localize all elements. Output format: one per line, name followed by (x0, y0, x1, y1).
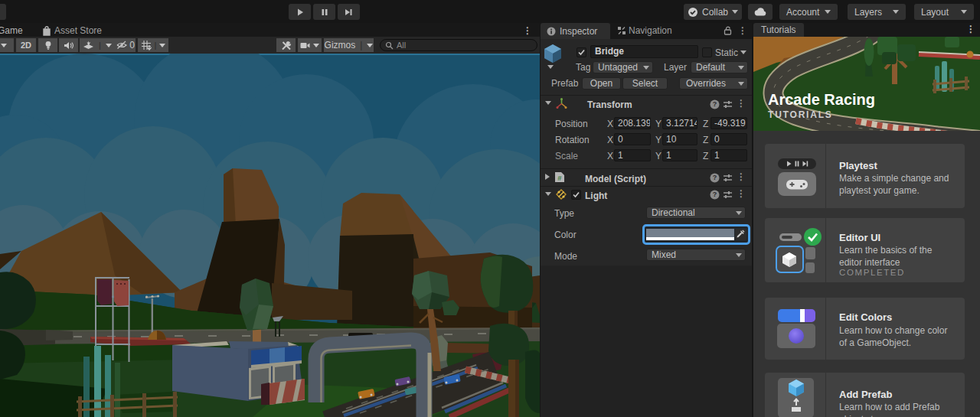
svg-text:#: # (557, 174, 562, 182)
svg-text:?: ? (713, 100, 717, 108)
svg-text:Arcade Racing: Arcade Racing (768, 91, 875, 108)
svg-text:?: ? (713, 191, 717, 198)
svg-text:?: ? (713, 174, 717, 181)
svg-text:TUTORIALS: TUTORIALS (768, 109, 833, 120)
